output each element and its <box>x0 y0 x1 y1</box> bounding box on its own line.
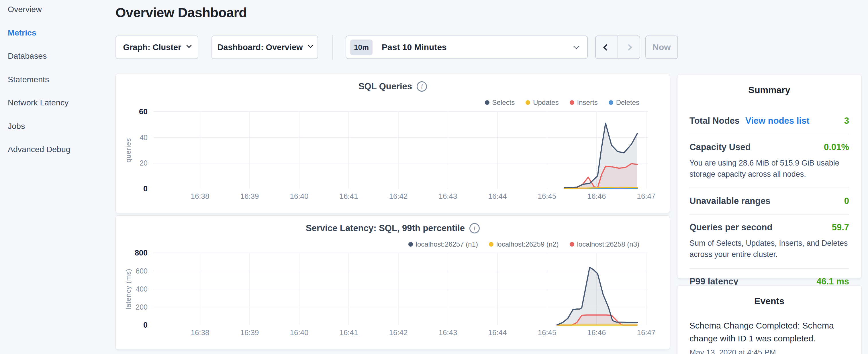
legend-dot-icon <box>609 100 613 105</box>
legend-label: Inserts <box>577 99 598 106</box>
sidebar-item-advanced-debug[interactable]: Advanced Debug <box>0 144 115 168</box>
graph-scope-dropdown-label: Graph: Cluster <box>123 43 181 52</box>
service-latency-chart: 020040060080016:3816:3916:4016:4116:4216… <box>116 250 670 350</box>
sql-queries-chart: 020406016:3816:3916:4016:4116:4216:4316:… <box>116 108 670 213</box>
legend-item: Selects <box>485 99 515 106</box>
svg-text:200: 200 <box>135 303 148 311</box>
chart-plot: 020406016:3816:3916:4016:4116:4216:4316:… <box>116 108 670 215</box>
svg-text:0: 0 <box>143 185 148 193</box>
info-icon[interactable]: i <box>417 81 427 92</box>
svg-text:16:39: 16:39 <box>240 328 259 337</box>
summary-row-total-nodes: Total Nodes View nodes list 3 <box>689 108 849 134</box>
summary-description: Sum of Selects, Updates, Inserts, and De… <box>689 238 849 260</box>
time-range-nav <box>595 35 640 59</box>
summary-label: Total Nodes <box>689 116 740 126</box>
time-range-prev-button[interactable] <box>596 36 618 58</box>
service-latency-chart-card: Service Latency: SQL, 99th percentile i … <box>116 215 670 350</box>
summary-label: Queries per second <box>689 222 772 232</box>
legend-dot-icon <box>526 100 530 105</box>
legend-dot-icon <box>570 242 574 247</box>
legend-label: localhost:26257 (n1) <box>416 240 478 248</box>
svg-text:16:40: 16:40 <box>290 328 308 337</box>
summary-value: 0 <box>844 196 849 206</box>
toolbar-divider <box>333 35 333 60</box>
info-icon[interactable]: i <box>469 223 480 233</box>
chevron-down-icon <box>574 43 580 49</box>
legend-item: localhost:26257 (n1) <box>408 240 478 248</box>
summary-panel: Summary Total Nodes View nodes list 3 Ca… <box>677 74 861 279</box>
time-range-label: Past 10 Minutes <box>382 42 574 52</box>
sidebar-item-metrics[interactable]: Metrics <box>0 28 115 52</box>
svg-text:60: 60 <box>139 108 148 116</box>
events-title: Events <box>689 296 849 307</box>
chevron-down-icon <box>186 43 191 48</box>
summary-row-queries-per-second: Queries per second 59.7 Sum of Selects, … <box>689 215 849 268</box>
summary-value: 0.01% <box>824 142 849 152</box>
svg-text:400: 400 <box>135 285 148 293</box>
dashboard-dropdown-label: Dashboard: Overview <box>217 43 303 52</box>
sql-queries-chart-card: SQL Queries i SelectsUpdatesInsertsDelet… <box>116 74 670 213</box>
svg-text:16:47: 16:47 <box>637 328 655 337</box>
legend-item: Deletes <box>609 99 639 106</box>
legend-item: Updates <box>526 99 559 106</box>
chart-legend: SelectsUpdatesInsertsDeletes <box>485 99 640 106</box>
sidebar-item-statements[interactable]: Statements <box>0 75 115 98</box>
svg-text:16:43: 16:43 <box>438 192 457 200</box>
summary-row-unavailable-ranges: Unavailable ranges 0 <box>689 188 849 215</box>
sidebar-item-network-latency[interactable]: Network Latency <box>0 98 115 122</box>
sidebar-item-jobs[interactable]: Jobs <box>0 122 115 145</box>
summary-value: 3 <box>844 116 849 126</box>
event-list-item[interactable]: Schema Change Completed: Schema change w… <box>689 319 849 354</box>
now-button[interactable]: Now <box>645 35 678 59</box>
svg-text:800: 800 <box>135 250 148 257</box>
time-range-badge: 10m <box>350 39 373 55</box>
chevron-left-icon <box>603 44 610 51</box>
svg-text:queries: queries <box>124 138 132 163</box>
svg-text:16:46: 16:46 <box>587 192 606 200</box>
summary-label: Unavailable ranges <box>689 196 771 206</box>
svg-text:20: 20 <box>140 159 148 167</box>
svg-text:16:42: 16:42 <box>389 192 407 200</box>
legend-item: localhost:26258 (n3) <box>570 240 639 248</box>
svg-text:16:38: 16:38 <box>191 192 209 200</box>
legend-dot-icon <box>408 242 413 247</box>
svg-text:16:45: 16:45 <box>537 328 556 337</box>
view-nodes-list-link[interactable]: View nodes list <box>745 116 809 126</box>
legend-label: Selects <box>492 99 515 106</box>
events-panel: Events Schema Change Completed: Schema c… <box>677 285 861 354</box>
legend-item: localhost:26259 (n2) <box>489 240 559 248</box>
sidebar-item-overview[interactable]: Overview <box>0 5 115 28</box>
summary-value: 59.7 <box>832 222 849 232</box>
sidebar-item-databases[interactable]: Databases <box>0 51 115 75</box>
chart-title: SQL Queries <box>359 81 412 92</box>
summary-label: Capacity Used <box>689 142 751 152</box>
dashboard-dropdown[interactable]: Dashboard: Overview <box>212 35 318 59</box>
svg-text:0: 0 <box>143 321 148 329</box>
svg-text:16:44: 16:44 <box>488 192 507 200</box>
time-range-next-button[interactable] <box>618 36 640 58</box>
legend-dot-icon <box>570 100 574 105</box>
svg-text:16:46: 16:46 <box>587 328 606 337</box>
page-title: Overview Dashboard <box>116 5 247 20</box>
chevron-right-icon <box>625 44 632 51</box>
legend-item: Inserts <box>570 99 598 106</box>
svg-text:16:41: 16:41 <box>339 328 358 337</box>
svg-text:16:38: 16:38 <box>191 328 209 337</box>
chart-legend: localhost:26257 (n1)localhost:26259 (n2)… <box>408 240 639 248</box>
svg-text:16:45: 16:45 <box>537 192 556 200</box>
legend-label: localhost:26258 (n3) <box>577 240 639 248</box>
svg-text:16:39: 16:39 <box>240 192 259 200</box>
legend-label: Updates <box>533 99 559 106</box>
legend-dot-icon <box>489 242 493 247</box>
svg-text:16:44: 16:44 <box>488 328 507 337</box>
chart-title: Service Latency: SQL, 99th percentile <box>306 223 465 233</box>
svg-text:16:40: 16:40 <box>290 192 308 200</box>
time-range-select[interactable]: 10m Past 10 Minutes <box>346 35 588 59</box>
summary-row-capacity-used: Capacity Used 0.01% You are using 28.6 M… <box>689 134 849 188</box>
svg-text:16:41: 16:41 <box>339 192 358 200</box>
graph-scope-dropdown[interactable]: Graph: Cluster <box>116 35 198 59</box>
legend-dot-icon <box>485 100 490 105</box>
summary-title: Summary <box>689 85 849 95</box>
svg-text:600: 600 <box>135 267 148 275</box>
event-message: Schema Change Completed: Schema change w… <box>689 319 849 345</box>
